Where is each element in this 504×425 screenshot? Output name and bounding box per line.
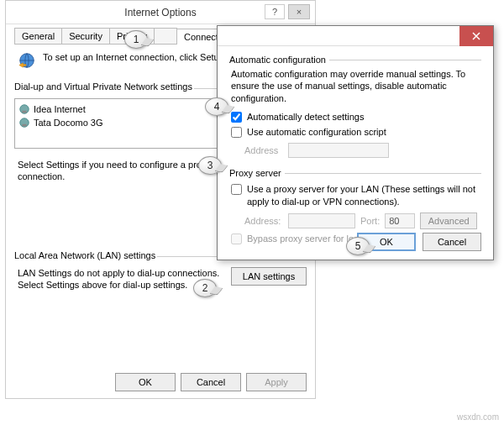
auto-config-label: Automatic configuration [229, 55, 326, 65]
bypass-checkbox [231, 233, 242, 244]
lan-body: Automatic configuration Automatic config… [218, 46, 493, 263]
cancel-button[interactable]: Cancel [181, 373, 241, 391]
apply-button[interactable]: Apply [246, 373, 307, 391]
watermark: wsxdn.com [457, 412, 499, 422]
lan-settings-button[interactable]: LAN settings [231, 267, 307, 286]
proxy-address-label: Address: [244, 216, 283, 226]
ok-button[interactable]: OK [115, 373, 176, 391]
dialup-label: Dial-up and Virtual Private Network sett… [14, 81, 192, 92]
port-label: Port: [360, 216, 380, 226]
lan-settings-dialog: Automatic configuration Automatic config… [217, 25, 494, 260]
list-item-label: Idea Internet [34, 104, 86, 114]
callout-2: 2 [193, 279, 217, 297]
close-icon [472, 32, 480, 40]
io-title: Internet Options [124, 7, 196, 18]
cancel-button[interactable]: Cancel [423, 233, 481, 251]
callout-1: 1 [124, 30, 148, 49]
auto-config-group: Automatic configuration Automatic config… [229, 55, 481, 160]
proxy-address-input [288, 213, 355, 228]
proxy-address-row: Address: Port: Advanced [229, 209, 481, 231]
address-label: Address [244, 145, 283, 155]
auto-detect-label: Automatically detect settings [247, 111, 364, 123]
io-footer: OK Cancel Apply [115, 373, 307, 391]
lan-titlebar [218, 26, 493, 46]
tab-general[interactable]: General [14, 28, 62, 44]
tab-hidden[interactable] [154, 28, 177, 44]
lan-group-label: Local Area Network (LAN) settings [14, 250, 155, 260]
script-address-row: Address [229, 139, 481, 160]
lan-footer: OK Cancel [357, 233, 481, 251]
script-address-input [288, 143, 389, 158]
use-proxy-checkbox[interactable] [231, 184, 242, 195]
auto-script-label: Use automatic configuration script [247, 126, 386, 138]
use-proxy-row[interactable]: Use a proxy server for your LAN (These s… [229, 181, 481, 209]
use-proxy-label: Use a proxy server for your LAN (These s… [247, 183, 481, 207]
svg-rect-2 [22, 111, 26, 113]
io-titlebar: Internet Options ? × [6, 1, 315, 24]
connection-icon [18, 117, 30, 129]
auto-script-row[interactable]: Use automatic configuration script [229, 124, 481, 139]
tab-security[interactable]: Security [61, 28, 110, 44]
auto-detect-row[interactable]: Automatically detect settings [229, 109, 481, 124]
connection-icon [18, 103, 30, 115]
callout-4: 4 [205, 97, 228, 116]
globe-arrow-icon [18, 51, 36, 70]
auto-script-checkbox[interactable] [231, 127, 242, 138]
help-button[interactable]: ? [265, 4, 285, 19]
svg-rect-4 [22, 124, 26, 127]
callout-3: 3 [198, 156, 222, 175]
proxy-label: Proxy server [229, 168, 281, 178]
port-input [385, 213, 415, 228]
close-button[interactable] [459, 26, 493, 46]
auto-detect-checkbox[interactable] [231, 112, 242, 123]
advanced-button: Advanced [420, 212, 477, 229]
auto-config-desc: Automatic configuration may override man… [229, 68, 481, 104]
list-item-label: Tata Docomo 3G [34, 118, 103, 128]
callout-5: 5 [346, 237, 370, 255]
close-button[interactable]: × [288, 4, 310, 19]
